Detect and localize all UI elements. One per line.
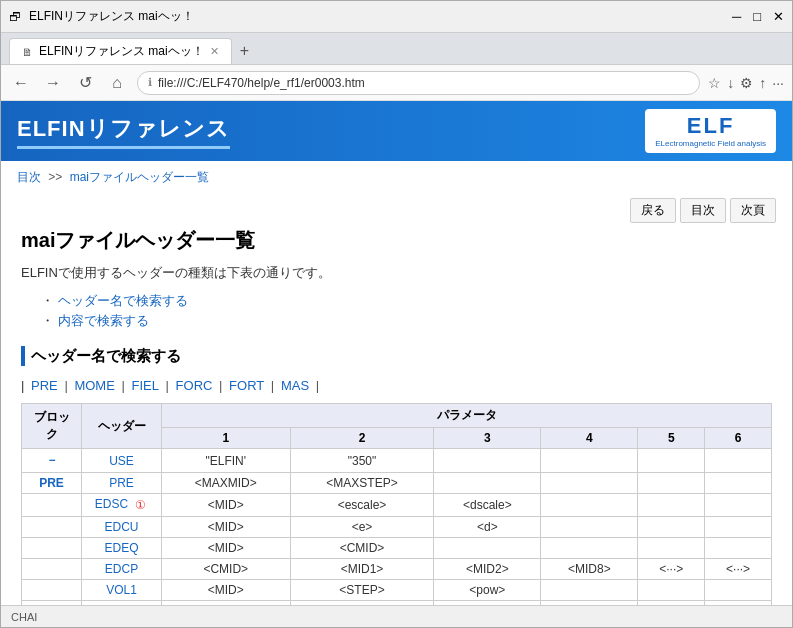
table-cell-param: "350"	[290, 449, 434, 473]
table-cell-param	[541, 580, 638, 601]
table-cell-param: <MID>	[162, 494, 291, 517]
filter-sep: |	[21, 378, 24, 393]
table-cell-header[interactable]: USE	[82, 449, 162, 473]
table-cell-param: <d>	[434, 517, 541, 538]
header-table: ブロック ヘッダー パラメータ 1 2 3 4 5 6 －USE"E	[21, 403, 772, 605]
filter-pre[interactable]: PRE	[31, 378, 58, 393]
table-cell-param	[541, 473, 638, 494]
next-page-btn[interactable]: 次頁	[730, 198, 776, 223]
filter-fiel[interactable]: FIEL	[131, 378, 158, 393]
address-bar[interactable]: ℹ file:///C:/ELF470/help/e_rf1/er0003.ht…	[137, 71, 700, 95]
table-cell-param	[638, 538, 705, 559]
tab-bar: 🗎 ELFINリファレンス maiヘッ！ ✕ +	[1, 33, 792, 65]
table-cell-param	[705, 580, 772, 601]
tab-close-btn[interactable]: ✕	[210, 45, 219, 58]
back-btn[interactable]: ←	[9, 71, 33, 95]
browser-window: 🗗 ELFINリファレンス maiヘッ！ ─ □ ✕ 🗎 ELFINリファレンス…	[0, 0, 793, 628]
table-cell-param: <pow>	[434, 580, 541, 601]
table-cell-param: <MID2>	[434, 559, 541, 580]
filter-fort[interactable]: FORT	[229, 378, 264, 393]
breadcrumb: 目次 >> maiファイルヘッダー一覧	[1, 161, 792, 194]
title-bar-icons: 🗗	[9, 10, 21, 24]
share-icon[interactable]: ↑	[759, 75, 766, 91]
main-content: maiファイルヘッダー一覧 ELFINで使用するヘッダーの種類は下表の通りです。…	[1, 227, 792, 605]
bookmark-icon[interactable]: ☆	[708, 75, 721, 91]
breadcrumb-home[interactable]: 目次	[17, 170, 41, 184]
new-tab-btn[interactable]: +	[232, 38, 257, 64]
profile-icon[interactable]: ↓	[727, 75, 734, 91]
table-cell-block: PRE	[22, 473, 82, 494]
table-cell-param: <MID8>	[541, 559, 638, 580]
table-cell-param	[541, 494, 638, 517]
status-text: CHAI	[11, 611, 37, 623]
breadcrumb-current: maiファイルヘッダー一覧	[70, 170, 209, 184]
logo-text: ELF	[687, 113, 735, 139]
home-btn[interactable]: ⌂	[105, 71, 129, 95]
site-logo: ELF ELectromagnetic Field analysis	[645, 109, 776, 153]
param-col-1: 1	[162, 428, 291, 449]
filter-mome[interactable]: MOME	[74, 378, 114, 393]
table-cell-header[interactable]: VOL1	[82, 580, 162, 601]
search-by-name-link[interactable]: ヘッダー名で検索する	[58, 293, 188, 308]
table-cell-param: "ELFIN'	[162, 449, 291, 473]
nav-bar: ← → ↺ ⌂ ℹ file:///C:/ELF470/help/e_rf1/e…	[1, 65, 792, 101]
param-col-4: 4	[541, 428, 638, 449]
search-by-content-link[interactable]: 内容で検索する	[58, 313, 149, 328]
site-title: ELFINリファレンス	[17, 114, 230, 149]
table-cell-param	[541, 449, 638, 473]
param-col-3: 3	[434, 428, 541, 449]
table-cell-param: <···>	[705, 559, 772, 580]
param-col-2: 2	[290, 428, 434, 449]
forward-btn[interactable]: →	[41, 71, 65, 95]
toc-btn[interactable]: 目次	[680, 198, 726, 223]
browser-icon: 🗗	[9, 10, 21, 24]
table-cell-param: <···>	[638, 559, 705, 580]
table-cell-header[interactable]: EDCU	[82, 517, 162, 538]
filter-links: | PRE | MOME | FIEL | FORC | FORT | MAS …	[21, 378, 772, 393]
refresh-btn[interactable]: ↺	[73, 71, 97, 95]
title-bar: 🗗 ELFINリファレンス maiヘッ！ ─ □ ✕	[1, 1, 792, 33]
col-block-header: ブロック	[22, 404, 82, 449]
lock-icon: ℹ	[148, 76, 152, 89]
table-cell-param: <MID>	[162, 538, 291, 559]
table-cell-param	[638, 473, 705, 494]
close-btn[interactable]: ✕	[773, 9, 784, 24]
filter-forc[interactable]: FORC	[176, 378, 213, 393]
table-cell-param	[638, 580, 705, 601]
minimize-btn[interactable]: ─	[732, 9, 741, 24]
table-cell-param: <MAXSTEP>	[290, 473, 434, 494]
site-header: ELFINリファレンス ELF ELectromagnetic Field an…	[1, 101, 792, 161]
table-cell-param	[541, 517, 638, 538]
param-col-5: 5	[638, 428, 705, 449]
menu-icon[interactable]: ···	[772, 75, 784, 91]
table-cell-param	[541, 538, 638, 559]
table-cell-block	[22, 538, 82, 559]
active-tab[interactable]: 🗎 ELFINリファレンス maiヘッ！ ✕	[9, 38, 232, 64]
table-cell-header[interactable]: EDEQ	[82, 538, 162, 559]
table-cell-header[interactable]: EDSC①	[82, 494, 162, 517]
table-cell-block: －	[22, 449, 82, 473]
table-cell-param	[638, 449, 705, 473]
table-cell-param	[705, 517, 772, 538]
section-header: ヘッダー名で検索する	[21, 346, 772, 366]
back-page-btn[interactable]: 戻る	[630, 198, 676, 223]
table-cell-param: <MID>	[162, 517, 291, 538]
nav-button-row: 戻る 目次 次頁	[1, 194, 792, 227]
maximize-btn[interactable]: □	[753, 9, 761, 24]
table-cell-block	[22, 517, 82, 538]
table-cell-param	[705, 538, 772, 559]
tab-label: ELFINリファレンス maiヘッ！	[39, 43, 204, 60]
table-cell-param: <CMID>	[290, 538, 434, 559]
circled-number-icon: ①	[132, 497, 148, 513]
table-cell-param	[705, 494, 772, 517]
table-cell-header[interactable]: PRE	[82, 473, 162, 494]
param-group-header: パラメータ	[162, 404, 772, 428]
extension-icon[interactable]: ⚙	[740, 75, 753, 91]
page-title: maiファイルヘッダー一覧	[21, 227, 772, 254]
table-cell-param	[434, 449, 541, 473]
table-cell-param	[705, 449, 772, 473]
table-cell-header[interactable]: EDCP	[82, 559, 162, 580]
browser-title: ELFINリファレンス maiヘッ！	[29, 8, 194, 25]
filter-mas[interactable]: MAS	[281, 378, 309, 393]
table-cell-param	[434, 473, 541, 494]
